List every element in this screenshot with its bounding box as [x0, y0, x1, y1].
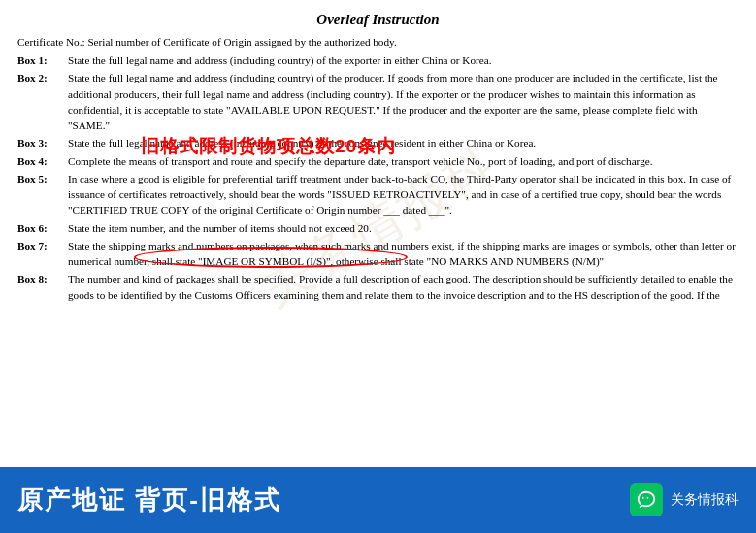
box2-label: Box 2: [17, 70, 68, 133]
box8-label: Box 8: [17, 271, 68, 302]
box1-label: Box 1: [17, 52, 68, 68]
bottom-bar-title: 原产地证 背页-旧格式 [17, 483, 281, 517]
box7-text: State the shipping marks and numbers on … [68, 238, 739, 269]
main-container: 关务情报科 Overleaf Instruction Certificate N… [0, 0, 756, 533]
doc-body: Certificate No.: Serial number of Certif… [17, 34, 739, 303]
document-area: 关务情报科 Overleaf Instruction Certificate N… [0, 0, 756, 467]
box5-text: In case where a good is eligible for pre… [68, 171, 739, 218]
box3-label: Box 3: [17, 135, 68, 150]
box1-row: Box 1: State the full legal name and add… [17, 52, 739, 68]
box6-text: State the item number, and the number of… [68, 220, 739, 236]
doc-title: Overleaf Instruction [17, 12, 739, 28]
box2-row: Box 2: State the full legal name and add… [17, 70, 739, 133]
box5-row: Box 5: In case where a good is eligible … [17, 171, 739, 218]
box2-text: State the full legal name and address (i… [68, 70, 739, 133]
box7-row: Box 7: State the shipping marks and numb… [17, 238, 739, 269]
box4-label: Box 4: [17, 153, 68, 169]
box8-text: The number and kind of packages shall be… [68, 271, 739, 302]
bottom-bar: 原产地证 背页-旧格式 关务情报科 [0, 467, 756, 533]
bottom-bar-right: 关务情报科 [630, 483, 739, 516]
box6-label: Box 6: [17, 220, 68, 236]
cert-no-text: Certificate No.: Serial number of Certif… [17, 36, 397, 48]
red-text-banner: 旧格式限制货物项总数20条内 [141, 134, 396, 159]
box6-row: Box 6: State the item number, and the nu… [17, 220, 739, 236]
wechat-name: 关务情报科 [671, 491, 739, 509]
box8-row: Box 8: The number and kind of packages s… [17, 271, 739, 302]
box5-label: Box 5: [17, 171, 68, 218]
box1-text: State the full legal name and address (i… [68, 52, 739, 68]
wechat-icon [630, 483, 663, 516]
cert-no-row: Certificate No.: Serial number of Certif… [17, 34, 739, 50]
box7-label: Box 7: [17, 238, 68, 269]
